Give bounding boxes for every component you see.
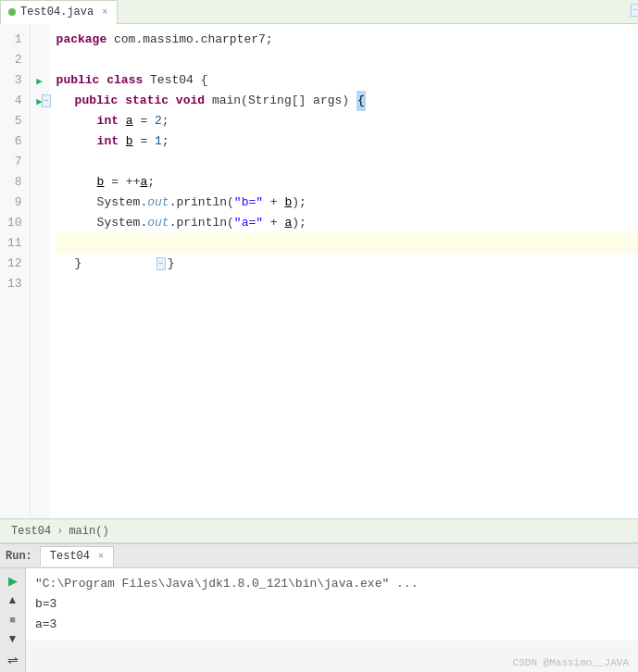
run-tab[interactable]: Test04 × [40,546,114,566]
status-method: main() [69,525,108,538]
run-body: ▶ ▲ ■ ▼ ⇌ "C:\Program Files\Java\jdk1.8.… [0,568,638,672]
run-output-a: a=3 [35,615,629,635]
watermark: CSDN @Massimo__JAVA [513,657,629,668]
tab-close-button[interactable]: × [102,7,107,18]
run-down-button[interactable]: ▼ [3,629,23,647]
code-line-5: int a = 2; [56,111,638,131]
code-line-3: public class Test04 { [56,70,638,91]
tab-filename: Test04.java [20,6,94,19]
code-line-7 [56,152,638,172]
run-cmd-line: "C:\Program Files\Java\jdk1.8.0_121\bin\… [35,574,629,594]
run-output: "C:\Program Files\Java\jdk1.8.0_121\bin\… [26,568,638,641]
breakpoint-3: ▶ [36,75,43,87]
run-stop-button[interactable]: ■ [3,611,23,628]
run-tab-close[interactable]: × [98,552,104,562]
code-content[interactable]: package com.massimo.charpter7; public cl… [49,24,638,518]
tab-bar: Test04.java × [0,0,638,24]
code-line-10: System.out.println("a=" + a); [56,213,638,233]
run-cmd-text: "C:\Program Files\Java\jdk1.8.0_121\bin\… [35,574,418,594]
editor-status-bar: Test04 › main() [0,518,638,542]
gutter: ▶ ▶ − − [31,24,49,518]
run-play-button[interactable]: ▶ [3,572,23,590]
run-output-area: "C:\Program Files\Java\jdk1.8.0_121\bin\… [26,568,638,672]
code-line-4: public static void main(String[] args) { [56,91,638,111]
code-line-8: b = ++a; [56,172,638,193]
run-wrap-button[interactable]: ⇌ [3,651,23,668]
code-line-1: package com.massimo.charpter7; [56,30,638,50]
tab-status-dot [8,8,16,16]
run-tab-bar: Run: Test04 × [0,544,638,568]
code-line-2 [56,50,638,70]
editor-tab[interactable]: Test04.java × [0,0,118,24]
code-line-9: System.out.println("b=" + b); [56,193,638,213]
run-sidebar: ▶ ▲ ■ ▼ ⇌ [0,568,26,672]
run-panel: Run: Test04 × ▶ ▲ ■ ▼ ⇌ "C:\Program F [0,542,638,672]
code-area: 1 2 3 4 5 6 7 8 9 10 11 12 13 ▶ ▶ [0,24,638,518]
code-line-11: −} [56,233,638,254]
line-numbers: 1 2 3 4 5 6 7 8 9 10 11 12 13 [0,24,31,518]
editor-container: 1 2 3 4 5 6 7 8 9 10 11 12 13 ▶ ▶ [0,24,638,542]
breadcrumb-separator: › [56,525,63,538]
run-tab-name: Test04 [50,550,90,563]
run-output-a-value: a=3 [35,615,56,635]
status-class: Test04 [11,525,51,538]
run-up-button[interactable]: ▲ [3,591,23,609]
run-output-b: b=3 [35,594,629,615]
run-label: Run: [6,550,32,563]
code-line-13 [56,274,638,294]
run-output-b-value: b=3 [35,594,56,615]
code-line-6: int b = 1; [56,131,638,152]
